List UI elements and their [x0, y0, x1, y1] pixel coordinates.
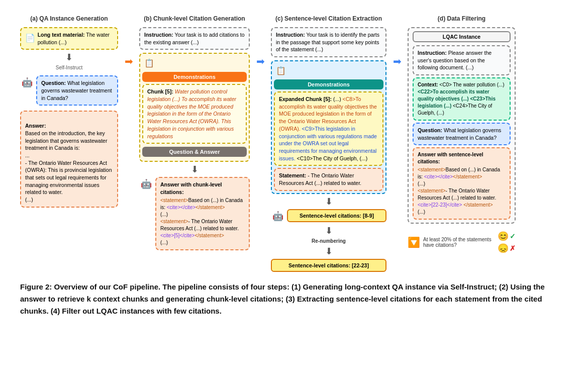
demonstrations-outer-b: 📋 Demonstrations Chunk [5]: Water pollut…	[139, 53, 250, 162]
demonstrations-outer-c: 📋 Demonstrations Expanded Chunk [5]: (..…	[271, 60, 386, 194]
arrow-right-ab: ➡	[125, 55, 133, 67]
qa-badge: Question & Answer	[142, 147, 247, 157]
sample-icon-b: 📋	[142, 56, 156, 70]
expanded-chunk-box: Expanded Chunk [5]: (...) <C8>To accompl…	[274, 91, 383, 166]
sentence-citations-1-value: [8-9]	[363, 213, 374, 219]
demonstrations-badge-c: Demonstrations	[274, 79, 383, 89]
c10-text: <C10>The City of Guelph, (...)	[297, 155, 368, 161]
sentence-citations-2-box: Sentence-level citations: [22-23]	[271, 259, 386, 272]
arrow-down-c3: ⬇	[271, 247, 386, 256]
answer-citations-label: Answer with chunk-level citations:	[160, 181, 245, 196]
figure-container: (a) QA Instance Generation 📄 Long text m…	[10, 10, 578, 322]
chunk-box: Chunk [5]: Water pollution control legis…	[142, 84, 247, 144]
question-box: Question: What legislation governs waste…	[36, 75, 118, 106]
connector-ab: ➡	[121, 15, 136, 67]
sentence-citations-2-label: Sentence-level citations:	[288, 262, 350, 268]
connector-cd: ➡	[389, 15, 405, 67]
arrow-right-cd: ➡	[393, 55, 402, 67]
filter-fail-row: 😞 ✗	[498, 243, 516, 254]
expanded-c8: (...)	[333, 96, 343, 102]
long-text-label: Long text material:	[38, 32, 85, 38]
sample-icon-c: 📋	[274, 63, 288, 77]
filter-section: 🔽 At least 20% of the statements have ci…	[408, 231, 516, 254]
answer-box-a: Answer: Based on the introduction, the k…	[20, 111, 118, 207]
panel-d-title: (d) Data Filtering	[408, 15, 516, 22]
answer-citations-box: Answer with chunk-level citations: <stat…	[155, 177, 250, 250]
arrow-right-bc: ➡	[256, 55, 265, 67]
panel-a: (a) QA Instance Generation 📄 Long text m…	[20, 15, 118, 208]
answer-content-d: <statement>Based on (...) in Canada is: …	[418, 166, 506, 216]
sentence-citations-2-value: [22-23]	[352, 262, 369, 268]
filter-pass-row: 😊 ✓	[498, 231, 516, 242]
question-label-d: Question:	[418, 127, 442, 133]
instruction-box-d: Instruction: Please answer the user's qu…	[413, 45, 511, 75]
panel-b: (b) Chunk-level Citation Generation Inst…	[139, 15, 250, 250]
ai-icon-2: 🤖	[139, 177, 153, 191]
instruction-label-b: Instruction:	[144, 32, 173, 38]
ai-icon-1: 🤖	[20, 75, 34, 89]
panel-a-title: (a) QA Instance Generation	[20, 15, 118, 22]
statement-label: Statement:	[279, 172, 308, 178]
answer-label-d: Answer with sentence-level citations:	[418, 151, 506, 165]
answer-content-a: Based on the introduction, the key legis…	[25, 130, 112, 203]
arrow-down-1: ⬇	[20, 53, 118, 62]
filter-pass-icon: ✓	[510, 232, 516, 240]
instruction-label-c: Instruction:	[276, 32, 305, 38]
renumber-label: Re-numbering	[271, 238, 386, 244]
panel-c: (c) Sentence-level Citation Extraction I…	[271, 15, 386, 272]
panel-d: (d) Data Filtering LQAC Instance Instruc…	[408, 15, 516, 254]
connector-bc: ➡	[253, 15, 268, 67]
context-label-d: Context:	[418, 82, 439, 87]
long-text-box: 📄 Long text material: The water pollutio…	[20, 27, 118, 50]
filter-icon: 🔽	[408, 236, 420, 248]
self-instruct-label: Self-Instruct	[20, 65, 118, 70]
instruction-label-d: Instruction:	[418, 50, 447, 56]
smiley-happy: 😊	[498, 231, 509, 242]
chunk-label: Chunk [5]:	[147, 88, 175, 94]
question-box-d: Question: What legislation governs waste…	[413, 123, 511, 145]
demonstrations-badge-b: Demonstrations	[142, 72, 247, 82]
diagram: (a) QA Instance Generation 📄 Long text m…	[20, 15, 568, 272]
arrow-down-c2: ⬇	[271, 226, 386, 235]
panel-b-title: (b) Chunk-level Citation Generation	[139, 15, 250, 22]
context-c0: <C0> The water pollution (...)	[439, 82, 504, 87]
smiley-sad: 😞	[498, 243, 509, 254]
context-box-d: Context: <C0> The water pollution (...) …	[413, 77, 511, 121]
filter-fail-icon: ✗	[510, 244, 516, 252]
document-icon: 📄	[25, 31, 36, 45]
answer-box-d: Answer with sentence-level citations: <s…	[413, 147, 511, 220]
lqac-badge: LQAC Instance	[413, 31, 511, 42]
sentence-citations-1-box: Sentence-level citations: [8-9]	[287, 209, 386, 222]
ai-icon-3: 🤖	[271, 209, 285, 223]
panel-c-title: (c) Sentence-level Citation Extraction	[271, 15, 386, 22]
instruction-box-c: Instruction: Your task is to identify th…	[271, 27, 386, 57]
filter-question: At least 20% of the statements have cita…	[423, 237, 495, 248]
arrow-down-c1: ⬇	[271, 197, 386, 206]
expanded-chunk-label: Expanded Chunk [5]:	[279, 96, 333, 102]
question-label: Question:	[41, 80, 66, 86]
answer-citations-content: <statement>Based on (...) in Canada is: …	[160, 197, 245, 246]
arrow-down-b: ⬇	[139, 165, 250, 174]
caption-text: Figure 2: Overview of our CoF pipeline. …	[20, 282, 545, 315]
chunk-content: Water pollution control legislation (...…	[147, 88, 236, 139]
sentence-citations-1-label: Sentence-level citations:	[300, 213, 361, 219]
statement-box: Statement: - The Ontario Water Resources…	[274, 168, 383, 190]
answer-label-a: Answer:	[25, 123, 46, 129]
lqac-outer-box: LQAC Instance Instruction: Please answer…	[408, 27, 516, 224]
instruction-box-b: Instruction: Your task is to add citatio…	[139, 27, 250, 50]
figure-caption: Figure 2: Overview of our CoF pipeline. …	[20, 281, 568, 317]
